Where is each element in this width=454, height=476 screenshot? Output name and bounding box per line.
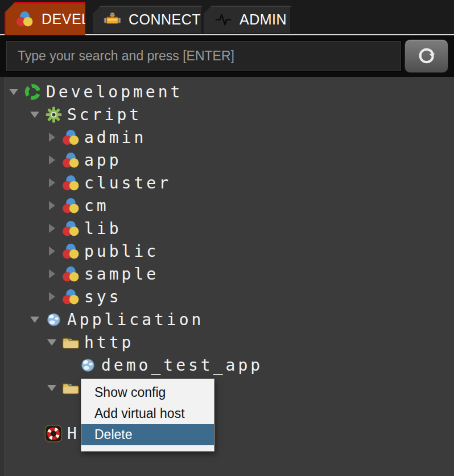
globe-icon [44,310,63,329]
search-bar [0,35,454,77]
tab-admin[interactable]: ADMIN [204,6,291,33]
triangle-right-icon [49,178,55,187]
triangle-down-icon [9,89,18,95]
collapse-toggle-icon[interactable] [29,112,40,118]
package-icon [15,10,34,28]
search-input[interactable] [6,40,402,72]
triangle-down-icon [47,385,56,391]
expand-toggle-icon[interactable] [46,201,57,210]
tree-item-label: cm [84,196,109,215]
package-icon [61,287,80,306]
collapse-toggle-icon[interactable] [29,317,40,323]
tree-item-label: Script [67,105,142,124]
triangle-down-icon [47,339,56,346]
tree-item-lib[interactable]: lib [0,217,454,240]
tree-item-label: Application [67,310,204,329]
tab-label: ADMIN [240,11,287,28]
tree-item-cm[interactable]: cm [0,194,454,217]
refresh-icon [416,46,436,67]
tree-item-demo_test_app[interactable]: demo_test_app [0,354,454,376]
tree-item-label: H [67,424,80,443]
lifebuoy-icon [44,424,63,443]
expand-toggle-icon[interactable] [46,155,57,165]
expand-toggle-icon[interactable] [46,269,57,278]
triangle-down-icon [30,112,39,118]
tree-item-label: lib [84,219,122,238]
tree-item-label: app [84,151,122,170]
tree-item-admin[interactable]: admin [0,126,454,149]
triangle-right-icon [49,155,55,165]
tab-bar: DEVELCONNECTADMIN [0,0,454,35]
package-icon [61,173,80,192]
triangle-right-icon [49,224,55,233]
tree-rows: DevelopmentScriptadminappclustercmlibpub… [0,80,454,445]
collapse-toggle-icon[interactable] [8,89,19,95]
context-menu: Show configAdd virtual hostDelete [81,379,214,452]
tree-item-development[interactable]: Development [0,80,454,103]
triangle-right-icon [49,201,55,210]
tree-item-application[interactable]: Application [0,308,454,331]
package-icon [61,219,80,238]
navigation-tree: DevelopmentScriptadminappclustercmlibpub… [0,77,454,476]
triangle-right-icon [49,133,55,142]
tree-item-h[interactable]: H [0,422,454,445]
expand-toggle-icon[interactable] [46,178,57,187]
tree-item-http[interactable]: http [0,331,454,354]
tree-item-label: Development [46,83,183,101]
pulse-icon [214,11,232,28]
globe-icon [78,355,97,375]
tab-connect[interactable]: CONNECT [93,6,202,33]
tree-item-label: http [84,333,134,352]
menu-item-add-virtual-host[interactable]: Add virtual host [81,403,214,424]
tab-label: CONNECT [129,11,201,28]
tree-item-script[interactable]: Script [0,103,454,126]
tree-item-app[interactable]: app [0,149,454,171]
expand-toggle-icon[interactable] [46,247,57,256]
connector-icon [104,11,121,28]
tree-item-label: demo_test_app [101,356,263,375]
devel-panel: DEVELCONNECTADMIN DevelopmentScriptadmin… [0,0,454,476]
menu-item-show-config[interactable]: Show config [81,382,214,403]
tree-item-label: admin [84,128,146,147]
tree-item-folder[interactable] [0,376,454,399]
package-icon [61,241,80,261]
tree-item-label: sys [84,288,122,306]
expand-toggle-icon[interactable] [46,292,57,301]
package-icon [61,128,80,147]
expand-toggle-icon[interactable] [46,133,57,142]
triangle-right-icon [49,292,55,301]
refresh-button[interactable] [405,39,448,73]
tree-item-cluster[interactable]: cluster [0,171,454,194]
gear-icon [44,105,63,124]
tree-item-public[interactable]: public [0,240,454,262]
recycle-icon [23,82,42,101]
package-icon [61,150,80,170]
triangle-right-icon [49,247,55,256]
tab-label: DEVEL [42,11,89,27]
tree-item-label: public [84,242,159,261]
collapse-toggle-icon[interactable] [46,385,57,391]
expand-toggle-icon[interactable] [46,224,57,233]
tree-item-sample[interactable]: sample [0,262,454,285]
tab-devel[interactable]: DEVEL [5,2,85,35]
folder-icon [61,333,80,352]
triangle-right-icon [49,269,55,278]
collapse-toggle-icon[interactable] [46,339,57,346]
triangle-down-icon [30,317,39,323]
tree-item-label: cluster [84,174,171,192]
folder-icon [61,378,80,397]
package-icon [61,196,80,215]
menu-item-delete[interactable]: Delete [81,424,214,445]
package-icon [61,264,80,284]
tree-item-sys[interactable]: sys [0,285,454,308]
tree-item-label: sample [84,265,159,284]
